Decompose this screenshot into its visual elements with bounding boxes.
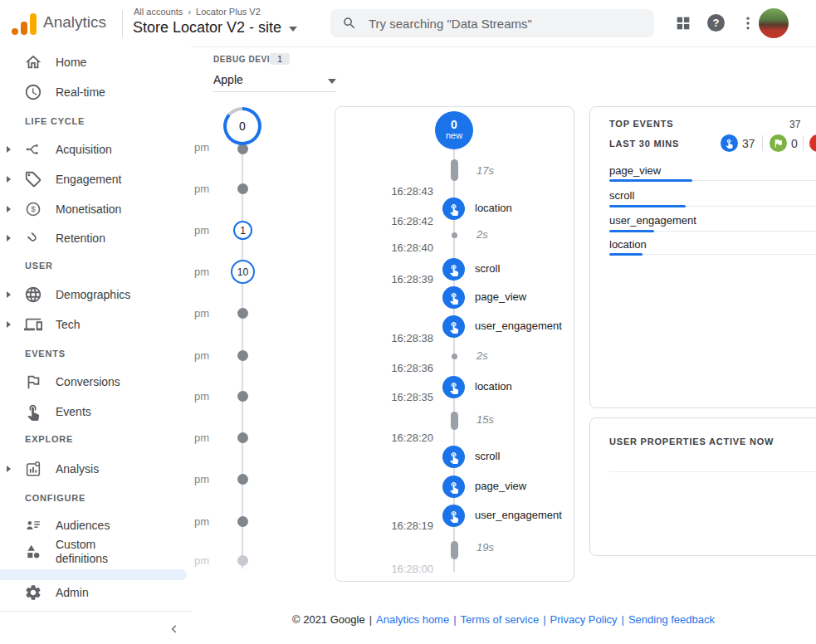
minute-tick-label: pm [173, 554, 209, 567]
event-circle[interactable] [442, 315, 465, 338]
search-input[interactable] [367, 16, 643, 32]
top-events-subtitle: LAST 30 MINS [609, 139, 679, 149]
expand-arrow-icon[interactable] [7, 291, 20, 298]
touch-event-counter-icon[interactable] [721, 134, 738, 152]
stream-head-circle[interactable]: 0 new [435, 111, 473, 149]
sidebar-item-monetisation[interactable]: $ Monetisation [0, 194, 190, 224]
minutes-summary-circle[interactable]: 0 [223, 107, 261, 145]
more-vert-icon[interactable] [740, 15, 756, 35]
event-label[interactable]: scroll [475, 449, 500, 464]
sidebar-item-tech[interactable]: Tech [0, 310, 190, 339]
sidebar-item-label: Audiences [56, 519, 110, 533]
sidebar-item-engagement[interactable]: Engagement [0, 164, 190, 194]
property-switcher[interactable]: Store Locator V2 - site [133, 19, 297, 37]
event-label[interactable]: user_engagement [475, 319, 562, 334]
minute-tick-dot[interactable] [237, 350, 248, 361]
event-label[interactable]: user_engagement [475, 508, 562, 523]
top-event-row-name[interactable]: location [609, 238, 647, 251]
collapse-sidebar-button[interactable] [163, 617, 186, 641]
minute-tick-label: pm [173, 307, 209, 320]
minute-tick-dot[interactable] [237, 183, 248, 194]
touch-event-icon [447, 381, 461, 394]
stream-timestamp: 16:28:20 [350, 431, 433, 446]
error-counter-icon[interactable] [809, 134, 816, 152]
sidebar-item-retention[interactable]: Retention [0, 223, 190, 253]
footer-link-feedback[interactable]: Sending feedback [628, 613, 715, 626]
event-circle[interactable] [442, 505, 465, 527]
minute-tick-circle[interactable]: 10 [231, 260, 255, 284]
event-label[interactable]: page_view [475, 479, 526, 494]
event-count-bar [609, 253, 643, 256]
minute-tick-dot[interactable] [237, 432, 248, 443]
gap-duration: 19s [476, 540, 494, 555]
apps-grid-icon[interactable] [674, 14, 692, 36]
sidebar-item-demographics[interactable]: Demographics [0, 280, 190, 310]
minute-tick-dot[interactable] [237, 391, 248, 402]
breadcrumb: All accounts › Locator Plus V2 [134, 7, 261, 17]
sidebar-item-analysis[interactable]: Analysis [0, 454, 190, 484]
sidebar-item-acquisition[interactable]: Acquisition [0, 134, 190, 164]
top-events-title: TOP EVENTS [609, 119, 673, 129]
event-circle[interactable] [442, 286, 465, 309]
conversion-flag-counter-icon[interactable] [770, 134, 787, 152]
minute-tick-dot[interactable] [237, 308, 248, 319]
topbar-divider [122, 10, 123, 37]
counter-divider [803, 135, 804, 151]
expand-arrow-icon[interactable] [7, 176, 20, 183]
event-count-bar [609, 179, 692, 182]
footer-link-analytics-home[interactable]: Analytics home [376, 613, 449, 626]
expand-arrow-icon[interactable] [7, 321, 20, 328]
event-label[interactable]: page_view [475, 290, 526, 305]
breadcrumb-property-group[interactable]: Locator Plus V2 [196, 7, 261, 17]
event-circle[interactable] [442, 376, 465, 398]
sidebar-item-label: Real-time [56, 85, 105, 100]
minute-tick-circle[interactable]: 1 [233, 221, 252, 240]
help-icon[interactable]: ? [707, 14, 725, 32]
minute-tick-label: pm [173, 141, 209, 154]
sidebar-item-label: Analysis [56, 462, 99, 476]
event-label[interactable]: scroll [475, 261, 500, 276]
product-name: Analytics [43, 13, 106, 32]
top-event-row-name[interactable]: user_engagement [609, 214, 696, 227]
minute-tick-dot[interactable] [237, 474, 248, 485]
sidebar-item-admin[interactable]: Admin [0, 578, 190, 607]
stream-timestamp: 16:28:43 [350, 184, 433, 199]
section-header-explore: EXPLORE [25, 434, 73, 444]
stream-head-label: new [446, 130, 462, 141]
analytics-logo-icon[interactable] [12, 12, 37, 35]
sidebar-item-events[interactable]: Events [0, 397, 190, 427]
expand-arrow-icon[interactable] [7, 235, 20, 242]
expand-arrow-icon[interactable] [7, 206, 20, 212]
footer-link-terms[interactable]: Terms of service [461, 613, 540, 626]
debug-device-select[interactable]: Apple [213, 72, 336, 87]
event-counter-value: 37 [742, 137, 755, 150]
top-event-row-name[interactable]: page_view [609, 164, 661, 177]
event-circle[interactable] [442, 198, 465, 220]
expand-arrow-icon[interactable] [7, 146, 20, 153]
event-circle[interactable] [442, 476, 465, 498]
sidebar-item-conversions[interactable]: Conversions [0, 367, 190, 397]
event-label[interactable]: location [475, 379, 512, 394]
gap-dot [452, 232, 457, 238]
top-event-row-name[interactable]: scroll [609, 189, 634, 202]
sidebar-item-realtime[interactable]: Real-time [0, 77, 190, 107]
event-label[interactable]: location [475, 201, 512, 216]
sidebar-item-home[interactable]: Home [0, 47, 190, 77]
search-bar[interactable] [330, 9, 654, 37]
user-avatar[interactable] [759, 8, 789, 38]
footer-link-privacy[interactable]: Privacy Policy [550, 613, 618, 626]
minutes-summary-value: 0 [223, 107, 261, 145]
sidebar-item-custom-definitions[interactable]: Custom definitions [0, 534, 190, 570]
minute-tick-dot[interactable] [237, 555, 248, 566]
breadcrumb-account[interactable]: All accounts [134, 7, 183, 17]
event-count-bar [609, 205, 686, 207]
devices-icon [24, 315, 42, 334]
event-circle[interactable] [442, 446, 465, 468]
sidebar-item-label: Monetisation [56, 202, 121, 217]
event-counter-value: 0 [791, 137, 798, 150]
expand-arrow-icon[interactable] [7, 466, 20, 472]
event-circle[interactable] [442, 258, 465, 281]
acquisition-icon [24, 140, 42, 159]
gap-capsule [451, 412, 458, 430]
minute-tick-dot[interactable] [237, 516, 248, 527]
